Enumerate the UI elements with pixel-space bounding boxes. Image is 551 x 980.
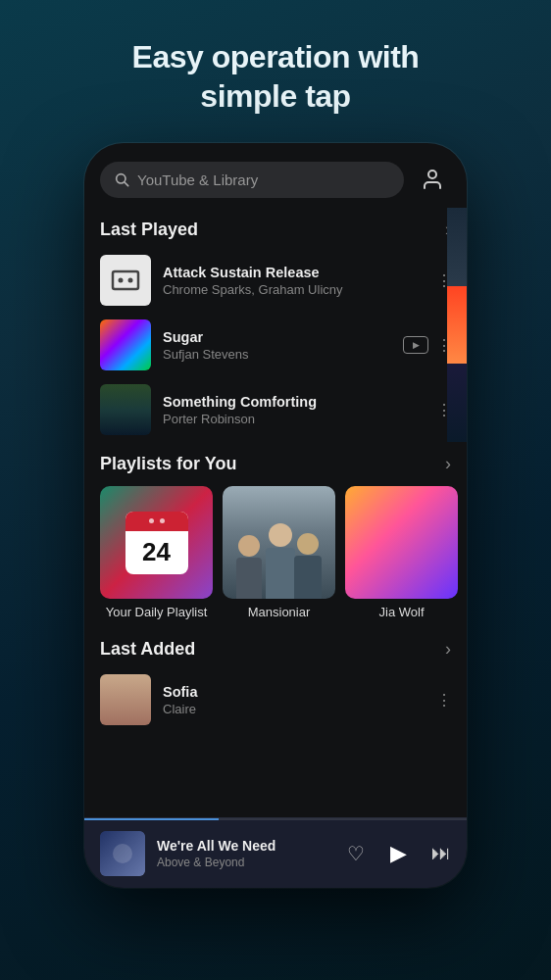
last-added-title: Last Added <box>100 639 195 660</box>
svg-line-1 <box>125 182 128 186</box>
track-row[interactable]: Sofia Claire ⋮ <box>84 667 467 732</box>
bottom-player: We're All We Need Above & Beyond ♡ ▶ ⏭ <box>84 817 467 888</box>
page-title: Easy operation with simple tap <box>93 0 459 143</box>
track-info: Something Comforting Porter Robinson <box>163 394 425 426</box>
track-row[interactable]: Attack Sustain Release Chrome Sparks, Gr… <box>84 248 467 313</box>
right-art-strip <box>447 208 467 442</box>
last-played-title: Last Played <box>100 220 198 240</box>
last-added-chevron[interactable]: › <box>445 639 451 660</box>
track-thumbnail <box>100 255 151 306</box>
last-added-header: Last Added › <box>84 627 467 667</box>
calendar-number: 24 <box>142 537 171 567</box>
player-artist: Above & Beyond <box>157 856 335 869</box>
track-thumbnail <box>100 674 151 725</box>
phone-frame: YouTube & Library Last Played › <box>84 143 467 888</box>
svg-point-5 <box>128 278 133 283</box>
progress-fill <box>84 818 219 820</box>
playlist-thumbnail <box>345 486 458 599</box>
track-info: Sugar Sufjan Stevens <box>163 329 391 362</box>
playlists-header: Playlists for You › <box>84 442 467 482</box>
playlist-name: Jia Wolf <box>345 605 458 619</box>
last-played-section: Last Played › Attack Sustain Release Chr… <box>84 208 467 442</box>
track-thumbnail <box>100 384 151 435</box>
playlists-chevron[interactable]: › <box>445 454 451 474</box>
track-info: Attack Sustain Release Chrome Sparks, Gr… <box>163 265 425 297</box>
playlists-title: Playlists for You <box>100 454 236 474</box>
track-actions: ⋮ <box>403 336 451 355</box>
heart-icon[interactable]: ♡ <box>347 842 365 865</box>
skip-icon[interactable]: ⏭ <box>431 842 451 864</box>
track-title: Attack Sustain Release <box>163 265 425 280</box>
profile-icon[interactable] <box>414 161 451 198</box>
more-options-icon[interactable]: ⋮ <box>436 691 451 710</box>
track-title: Sugar <box>163 329 391 345</box>
calendar-icon: 24 <box>125 512 188 574</box>
player-title: We're All We Need <box>157 838 335 854</box>
search-icon <box>114 172 129 187</box>
track-artist: Claire <box>163 702 425 716</box>
playlist-card[interactable]: Mansioniar <box>223 486 335 619</box>
track-artist: Chrome Sparks, Graham Ulicny <box>163 282 425 297</box>
svg-point-2 <box>428 171 436 178</box>
playlist-name: Your Daily Playlist <box>100 605 213 619</box>
playlist-card[interactable]: 24 Your Daily Playlist <box>100 486 213 619</box>
progress-bar <box>84 818 467 820</box>
svg-point-4 <box>119 278 124 283</box>
track-actions: ⋮ <box>436 691 451 710</box>
youtube-icon[interactable] <box>403 336 428 354</box>
track-title: Sofia <box>163 684 425 700</box>
last-added-section: Last Added › Sofia Claire ⋮ <box>84 627 467 817</box>
search-placeholder-text: YouTube & Library <box>137 172 258 188</box>
track-row[interactable]: Sugar Sufjan Stevens ⋮ <box>84 313 467 377</box>
svg-rect-3 <box>113 271 138 289</box>
track-title: Something Comforting <box>163 394 425 410</box>
search-bar-row: YouTube & Library <box>84 143 467 208</box>
track-thumbnail <box>100 319 151 370</box>
track-info: Sofia Claire <box>163 684 425 716</box>
track-row[interactable]: Something Comforting Porter Robinson ⋮ <box>84 377 467 442</box>
playlist-name: Mansioniar <box>223 605 335 619</box>
playlists-section: Playlists for You › 24 <box>84 442 467 627</box>
play-button[interactable]: ▶ <box>380 836 416 871</box>
track-list: Attack Sustain Release Chrome Sparks, Gr… <box>84 248 467 442</box>
track-artist: Sufjan Stevens <box>163 347 391 362</box>
playlist-card[interactable]: Jia Wolf <box>345 486 458 619</box>
playlists-row: 24 Your Daily Playlist <box>84 482 467 627</box>
player-controls: ♡ ▶ ⏭ <box>347 836 451 871</box>
playlist-thumbnail <box>223 486 335 599</box>
player-info: We're All We Need Above & Beyond <box>157 838 335 869</box>
playlist-thumbnail: 24 <box>100 486 213 599</box>
track-artist: Porter Robinson <box>163 412 425 426</box>
last-played-header: Last Played › <box>84 208 467 248</box>
search-input-wrap[interactable]: YouTube & Library <box>100 162 404 198</box>
player-thumbnail <box>100 831 145 876</box>
